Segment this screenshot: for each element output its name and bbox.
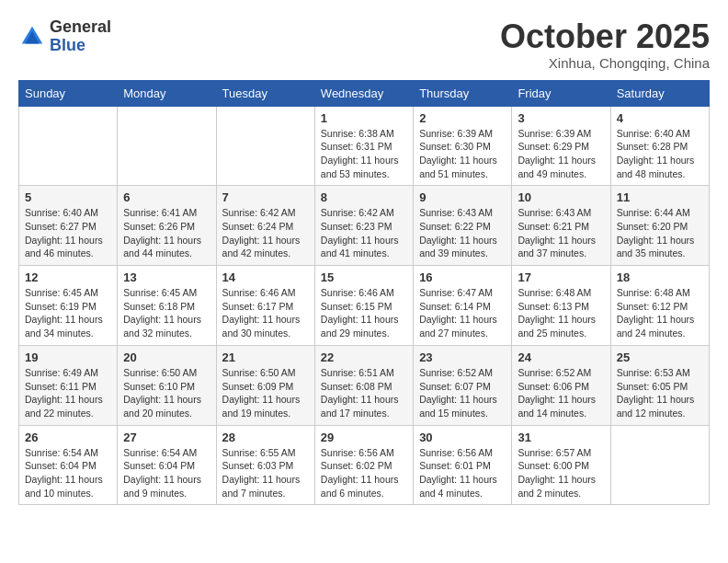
weekday-header-wednesday: Wednesday	[314, 80, 413, 106]
calendar-cell	[610, 425, 709, 505]
day-number: 5	[25, 190, 111, 204]
calendar-cell: 10Sunrise: 6:43 AMSunset: 6:21 PMDayligh…	[512, 186, 610, 266]
logo: General Blue	[18, 18, 111, 55]
day-info: Sunrise: 6:52 AMSunset: 6:07 PMDaylight:…	[419, 366, 506, 420]
calendar-cell: 14Sunrise: 6:46 AMSunset: 6:17 PMDayligh…	[216, 266, 314, 346]
day-info: Sunrise: 6:50 AMSunset: 6:10 PMDaylight:…	[123, 366, 210, 420]
day-number: 31	[518, 431, 604, 444]
calendar-cell: 17Sunrise: 6:48 AMSunset: 6:13 PMDayligh…	[512, 266, 610, 346]
day-number: 17	[518, 270, 604, 284]
day-info: Sunrise: 6:50 AMSunset: 6:09 PMDaylight:…	[222, 366, 309, 420]
day-info: Sunrise: 6:42 AMSunset: 6:23 PMDaylight:…	[321, 206, 407, 260]
calendar-cell: 22Sunrise: 6:51 AMSunset: 6:08 PMDayligh…	[314, 345, 413, 425]
calendar-cell: 9Sunrise: 6:43 AMSunset: 6:22 PMDaylight…	[414, 186, 512, 266]
weekday-header-saturday: Saturday	[610, 80, 709, 106]
calendar-week-row: 19Sunrise: 6:49 AMSunset: 6:11 PMDayligh…	[19, 345, 710, 425]
day-number: 26	[25, 431, 111, 444]
day-number: 23	[419, 350, 506, 364]
day-number: 7	[222, 190, 309, 204]
day-number: 6	[123, 190, 210, 204]
calendar-cell: 24Sunrise: 6:52 AMSunset: 6:06 PMDayligh…	[512, 345, 610, 425]
calendar-cell: 13Sunrise: 6:45 AMSunset: 6:18 PMDayligh…	[118, 266, 216, 346]
calendar-cell: 31Sunrise: 6:57 AMSunset: 6:00 PMDayligh…	[512, 425, 610, 505]
day-number: 9	[419, 190, 506, 204]
day-info: Sunrise: 6:44 AMSunset: 6:20 PMDaylight:…	[617, 206, 703, 260]
page-header: General Blue October 2025 Xinhua, Chongq…	[18, 18, 710, 71]
weekday-header-thursday: Thursday	[414, 80, 512, 106]
day-info: Sunrise: 6:56 AMSunset: 6:02 PMDaylight:…	[321, 446, 407, 500]
day-info: Sunrise: 6:57 AMSunset: 6:00 PMDaylight:…	[518, 446, 604, 500]
day-number: 8	[321, 190, 407, 204]
calendar-week-row: 1Sunrise: 6:38 AMSunset: 6:31 PMDaylight…	[19, 106, 710, 186]
day-info: Sunrise: 6:48 AMSunset: 6:12 PMDaylight:…	[617, 286, 703, 340]
calendar-cell: 26Sunrise: 6:54 AMSunset: 6:04 PMDayligh…	[19, 425, 118, 505]
day-number: 28	[222, 431, 309, 444]
day-info: Sunrise: 6:42 AMSunset: 6:24 PMDaylight:…	[222, 206, 309, 260]
calendar-week-row: 5Sunrise: 6:40 AMSunset: 6:27 PMDaylight…	[19, 186, 710, 266]
month-title: October 2025	[500, 18, 710, 55]
day-info: Sunrise: 6:53 AMSunset: 6:05 PMDaylight:…	[617, 366, 703, 420]
day-number: 18	[617, 270, 703, 284]
calendar-table: SundayMondayTuesdayWednesdayThursdayFrid…	[18, 80, 710, 506]
weekday-header-sunday: Sunday	[19, 80, 118, 106]
calendar-cell: 21Sunrise: 6:50 AMSunset: 6:09 PMDayligh…	[216, 345, 314, 425]
calendar-cell: 4Sunrise: 6:40 AMSunset: 6:28 PMDaylight…	[610, 106, 709, 186]
day-info: Sunrise: 6:40 AMSunset: 6:28 PMDaylight:…	[617, 127, 703, 181]
day-number: 2	[419, 111, 506, 125]
day-info: Sunrise: 6:46 AMSunset: 6:17 PMDaylight:…	[222, 286, 309, 340]
day-number: 13	[123, 270, 210, 284]
calendar-cell: 1Sunrise: 6:38 AMSunset: 6:31 PMDaylight…	[314, 106, 413, 186]
calendar-cell: 3Sunrise: 6:39 AMSunset: 6:29 PMDaylight…	[512, 106, 610, 186]
calendar-cell: 23Sunrise: 6:52 AMSunset: 6:07 PMDayligh…	[414, 345, 512, 425]
day-info: Sunrise: 6:47 AMSunset: 6:14 PMDaylight:…	[419, 286, 506, 340]
day-number: 25	[617, 350, 703, 364]
calendar-cell: 25Sunrise: 6:53 AMSunset: 6:05 PMDayligh…	[610, 345, 709, 425]
calendar-header-row: SundayMondayTuesdayWednesdayThursdayFrid…	[19, 80, 710, 106]
calendar-cell	[19, 106, 118, 186]
day-info: Sunrise: 6:46 AMSunset: 6:15 PMDaylight:…	[321, 286, 407, 340]
day-info: Sunrise: 6:39 AMSunset: 6:29 PMDaylight:…	[518, 127, 604, 181]
day-info: Sunrise: 6:51 AMSunset: 6:08 PMDaylight:…	[321, 366, 407, 420]
day-number: 1	[321, 111, 407, 125]
calendar-cell: 16Sunrise: 6:47 AMSunset: 6:14 PMDayligh…	[414, 266, 512, 346]
day-number: 3	[518, 111, 604, 125]
calendar-cell: 28Sunrise: 6:55 AMSunset: 6:03 PMDayligh…	[216, 425, 314, 505]
calendar-cell: 8Sunrise: 6:42 AMSunset: 6:23 PMDaylight…	[314, 186, 413, 266]
day-info: Sunrise: 6:39 AMSunset: 6:30 PMDaylight:…	[419, 127, 506, 181]
weekday-header-friday: Friday	[512, 80, 610, 106]
calendar-cell: 20Sunrise: 6:50 AMSunset: 6:10 PMDayligh…	[118, 345, 216, 425]
day-number: 14	[222, 270, 309, 284]
day-number: 30	[419, 431, 506, 444]
day-info: Sunrise: 6:45 AMSunset: 6:19 PMDaylight:…	[25, 286, 111, 340]
calendar-cell: 12Sunrise: 6:45 AMSunset: 6:19 PMDayligh…	[19, 266, 118, 346]
calendar-week-row: 12Sunrise: 6:45 AMSunset: 6:19 PMDayligh…	[19, 266, 710, 346]
weekday-header-tuesday: Tuesday	[216, 80, 314, 106]
calendar-cell: 2Sunrise: 6:39 AMSunset: 6:30 PMDaylight…	[414, 106, 512, 186]
calendar-cell: 18Sunrise: 6:48 AMSunset: 6:12 PMDayligh…	[610, 266, 709, 346]
day-info: Sunrise: 6:43 AMSunset: 6:21 PMDaylight:…	[518, 206, 604, 260]
day-info: Sunrise: 6:43 AMSunset: 6:22 PMDaylight:…	[419, 206, 506, 260]
calendar-cell	[118, 106, 216, 186]
day-number: 11	[617, 190, 703, 204]
day-info: Sunrise: 6:52 AMSunset: 6:06 PMDaylight:…	[518, 366, 604, 420]
day-info: Sunrise: 6:40 AMSunset: 6:27 PMDaylight:…	[25, 206, 111, 260]
day-info: Sunrise: 6:54 AMSunset: 6:04 PMDaylight:…	[25, 446, 111, 500]
day-number: 16	[419, 270, 506, 284]
calendar-cell: 7Sunrise: 6:42 AMSunset: 6:24 PMDaylight…	[216, 186, 314, 266]
day-number: 24	[518, 350, 604, 364]
day-info: Sunrise: 6:41 AMSunset: 6:26 PMDaylight:…	[123, 206, 210, 260]
calendar-cell: 11Sunrise: 6:44 AMSunset: 6:20 PMDayligh…	[610, 186, 709, 266]
calendar-cell: 19Sunrise: 6:49 AMSunset: 6:11 PMDayligh…	[19, 345, 118, 425]
day-info: Sunrise: 6:45 AMSunset: 6:18 PMDaylight:…	[123, 286, 210, 340]
day-number: 21	[222, 350, 309, 364]
day-number: 4	[617, 111, 703, 125]
day-info: Sunrise: 6:54 AMSunset: 6:04 PMDaylight:…	[123, 446, 210, 500]
logo-text: General Blue	[50, 18, 111, 55]
day-info: Sunrise: 6:55 AMSunset: 6:03 PMDaylight:…	[222, 446, 309, 500]
title-block: October 2025 Xinhua, Chongqing, China	[500, 18, 710, 71]
day-info: Sunrise: 6:38 AMSunset: 6:31 PMDaylight:…	[321, 127, 407, 181]
logo-blue-text: Blue	[50, 37, 111, 55]
day-number: 20	[123, 350, 210, 364]
day-info: Sunrise: 6:49 AMSunset: 6:11 PMDaylight:…	[25, 366, 111, 420]
calendar-cell: 30Sunrise: 6:56 AMSunset: 6:01 PMDayligh…	[414, 425, 512, 505]
